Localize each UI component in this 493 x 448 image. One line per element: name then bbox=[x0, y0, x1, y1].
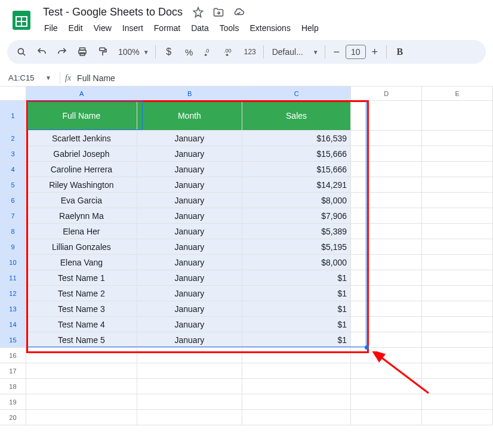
cell[interactable]: January bbox=[137, 224, 242, 239]
cell[interactable] bbox=[422, 379, 493, 394]
name-box[interactable]: A1:C15 ▼ bbox=[4, 73, 55, 82]
row-header[interactable]: 20 bbox=[0, 410, 26, 425]
move-icon[interactable] bbox=[212, 7, 224, 18]
cell[interactable] bbox=[351, 317, 422, 332]
zoom-select[interactable]: 100%▼ bbox=[113, 47, 152, 57]
cell[interactable] bbox=[26, 394, 137, 410]
column-header-e[interactable]: E bbox=[422, 86, 493, 100]
cell[interactable]: January bbox=[137, 162, 242, 177]
cell[interactable] bbox=[26, 363, 137, 379]
cell[interactable]: Gabriel Joseph bbox=[26, 146, 137, 162]
cell[interactable]: $1 bbox=[242, 332, 351, 348]
cell[interactable] bbox=[422, 101, 493, 131]
cell[interactable]: Test Name 5 bbox=[26, 332, 137, 348]
cell[interactable] bbox=[422, 208, 493, 224]
cell[interactable] bbox=[422, 410, 493, 425]
cell[interactable] bbox=[422, 224, 493, 239]
row-header[interactable]: 18 bbox=[0, 379, 26, 394]
row-header[interactable]: 7 bbox=[0, 208, 26, 224]
cell[interactable] bbox=[422, 301, 493, 317]
cell[interactable] bbox=[422, 255, 493, 270]
cell[interactable]: $1 bbox=[242, 270, 351, 286]
row-header[interactable]: 9 bbox=[0, 239, 26, 255]
currency-icon[interactable]: $ bbox=[159, 42, 178, 61]
row-header[interactable]: 17 bbox=[0, 363, 26, 379]
row-header[interactable]: 12 bbox=[0, 286, 26, 301]
paint-format-icon[interactable] bbox=[93, 42, 112, 61]
row-header[interactable]: 16 bbox=[0, 348, 26, 363]
cell[interactable] bbox=[422, 131, 493, 146]
cell[interactable] bbox=[351, 332, 422, 348]
row-header[interactable]: 2 bbox=[0, 131, 26, 146]
row-header[interactable]: 4 bbox=[0, 162, 26, 177]
cell[interactable]: Elena Vang bbox=[26, 255, 137, 270]
menu-tools[interactable]: Tools bbox=[215, 21, 244, 35]
menu-insert[interactable]: Insert bbox=[118, 21, 148, 35]
cell[interactable] bbox=[422, 317, 493, 332]
cell[interactable] bbox=[422, 193, 493, 208]
cell[interactable]: January bbox=[137, 193, 242, 208]
cell[interactable] bbox=[242, 348, 351, 363]
cell[interactable] bbox=[351, 162, 422, 177]
cell[interactable] bbox=[351, 379, 422, 394]
cell[interactable]: Sales bbox=[242, 101, 351, 131]
cell[interactable]: Month bbox=[137, 101, 242, 131]
row-header[interactable]: 14 bbox=[0, 317, 26, 332]
cell[interactable] bbox=[242, 394, 351, 410]
cell[interactable] bbox=[351, 255, 422, 270]
column-header-a[interactable]: A bbox=[26, 86, 137, 100]
cell[interactable] bbox=[137, 379, 242, 394]
row-header[interactable]: 15 bbox=[0, 332, 26, 348]
cell[interactable]: Lillian Gonzales bbox=[26, 239, 137, 255]
increase-decimal-icon[interactable]: .00 bbox=[220, 42, 239, 61]
cell[interactable] bbox=[351, 146, 422, 162]
row-header[interactable]: 8 bbox=[0, 224, 26, 239]
cell[interactable] bbox=[351, 224, 422, 239]
cell[interactable] bbox=[422, 177, 493, 193]
cell[interactable] bbox=[422, 348, 493, 363]
cell[interactable] bbox=[351, 348, 422, 363]
cell[interactable] bbox=[351, 101, 422, 131]
select-all-corner[interactable] bbox=[0, 86, 26, 100]
cell[interactable] bbox=[351, 363, 422, 379]
cell[interactable]: Test Name 4 bbox=[26, 317, 137, 332]
star-icon[interactable] bbox=[192, 7, 204, 18]
cell[interactable] bbox=[242, 379, 351, 394]
cell[interactable]: Riley Washington bbox=[26, 177, 137, 193]
cell[interactable]: $1 bbox=[242, 317, 351, 332]
row-header[interactable]: 19 bbox=[0, 394, 26, 410]
percent-icon[interactable]: % bbox=[180, 42, 199, 61]
row-header[interactable]: 3 bbox=[0, 146, 26, 162]
cell[interactable]: Test Name 2 bbox=[26, 286, 137, 301]
decrease-decimal-icon[interactable]: .0 bbox=[200, 42, 219, 61]
cell[interactable] bbox=[26, 410, 137, 425]
cell[interactable]: January bbox=[137, 255, 242, 270]
menu-edit[interactable]: Edit bbox=[64, 21, 88, 35]
cell[interactable]: $1 bbox=[242, 286, 351, 301]
menu-extensions[interactable]: Extensions bbox=[245, 21, 295, 35]
column-header-d[interactable]: D bbox=[351, 86, 422, 100]
cell[interactable]: January bbox=[137, 131, 242, 146]
menu-view[interactable]: View bbox=[89, 21, 116, 35]
cell[interactable] bbox=[422, 146, 493, 162]
cell[interactable]: Test Name 3 bbox=[26, 301, 137, 317]
cell[interactable]: January bbox=[137, 332, 242, 348]
cell[interactable]: January bbox=[137, 146, 242, 162]
cell[interactable]: January bbox=[137, 239, 242, 255]
fontsize-increase-icon[interactable]: + bbox=[367, 42, 383, 61]
cell[interactable] bbox=[351, 410, 422, 425]
cell[interactable]: Scarlett Jenkins bbox=[26, 131, 137, 146]
cell[interactable] bbox=[422, 239, 493, 255]
more-formats-icon[interactable]: 123 bbox=[241, 42, 260, 61]
cell[interactable]: Caroline Herrera bbox=[26, 162, 137, 177]
cell[interactable]: Raelynn Ma bbox=[26, 208, 137, 224]
cell[interactable] bbox=[137, 394, 242, 410]
cell[interactable] bbox=[351, 177, 422, 193]
cell[interactable]: $8,000 bbox=[242, 193, 351, 208]
cell[interactable] bbox=[26, 379, 137, 394]
cell[interactable]: $5,389 bbox=[242, 224, 351, 239]
row-header[interactable]: 1 bbox=[0, 101, 26, 131]
cell[interactable] bbox=[351, 394, 422, 410]
menu-data[interactable]: Data bbox=[186, 21, 214, 35]
row-header[interactable]: 6 bbox=[0, 193, 26, 208]
